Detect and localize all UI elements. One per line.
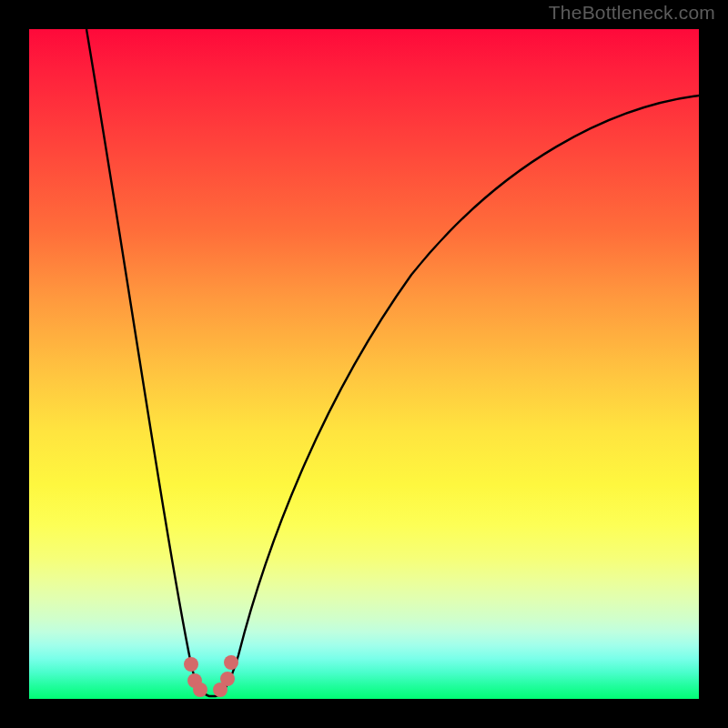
chart-svg (29, 29, 699, 699)
plot-area (29, 29, 699, 699)
svg-point-4 (220, 672, 235, 686)
svg-point-2 (193, 682, 207, 697)
watermark-text: TheBottleneck.com (549, 2, 715, 24)
outer-frame: TheBottleneck.com (0, 0, 728, 728)
svg-point-0 (184, 657, 198, 672)
bottleneck-curve (86, 29, 699, 696)
svg-point-5 (224, 655, 238, 670)
minimum-dots (184, 655, 238, 697)
